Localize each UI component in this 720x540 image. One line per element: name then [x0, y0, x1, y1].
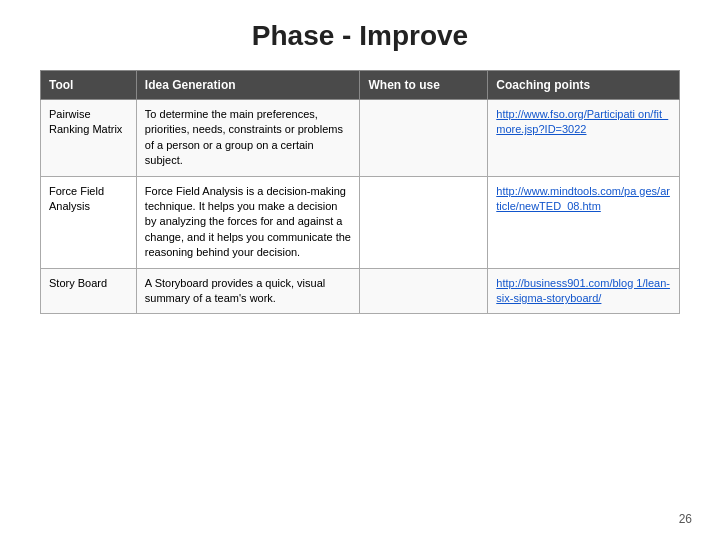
- table-row: Pairwise Ranking MatrixTo determine the …: [41, 100, 680, 177]
- page-number: 26: [679, 512, 692, 526]
- cell-idea: Force Field Analysis is a decision-makin…: [136, 176, 360, 268]
- cell-tool: Pairwise Ranking Matrix: [41, 100, 137, 177]
- coaching-link[interactable]: http://business901.com/blog 1/lean-six-s…: [496, 277, 670, 304]
- cell-coaching: http://business901.com/blog 1/lean-six-s…: [488, 268, 680, 314]
- cell-tool: Force Field Analysis: [41, 176, 137, 268]
- cell-tool: Story Board: [41, 268, 137, 314]
- table-row: Story BoardA Storyboard provides a quick…: [41, 268, 680, 314]
- cell-when: [360, 100, 488, 177]
- cell-idea: To determine the main preferences, prior…: [136, 100, 360, 177]
- cell-when: [360, 176, 488, 268]
- header-when: When to use: [360, 71, 488, 100]
- cell-when: [360, 268, 488, 314]
- coaching-link[interactable]: http://www.fso.org/Participati on/fit_mo…: [496, 108, 668, 135]
- cell-coaching: http://www.mindtools.com/pa ges/article/…: [488, 176, 680, 268]
- coaching-link[interactable]: http://www.mindtools.com/pa ges/article/…: [496, 185, 670, 212]
- cell-idea: A Storyboard provides a quick, visual su…: [136, 268, 360, 314]
- cell-coaching: http://www.fso.org/Participati on/fit_mo…: [488, 100, 680, 177]
- header-tool: Tool: [41, 71, 137, 100]
- header-idea: Idea Generation: [136, 71, 360, 100]
- main-table: Tool Idea Generation When to use Coachin…: [40, 70, 680, 314]
- table-header-row: Tool Idea Generation When to use Coachin…: [41, 71, 680, 100]
- page-title: Phase - Improve: [40, 20, 680, 52]
- page: Phase - Improve Tool Idea Generation Whe…: [0, 0, 720, 540]
- header-coaching: Coaching points: [488, 71, 680, 100]
- table-row: Force Field AnalysisForce Field Analysis…: [41, 176, 680, 268]
